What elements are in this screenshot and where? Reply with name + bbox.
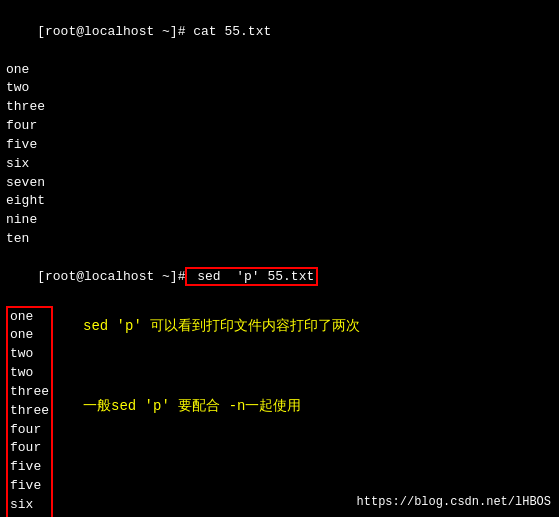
sed-command-highlight: sed 'p' 55.txt xyxy=(185,267,318,286)
cat-output-five: five xyxy=(6,136,553,155)
cat-output-one: one xyxy=(6,61,553,80)
cat-output-two: two xyxy=(6,79,553,98)
cat-output-nine: nine xyxy=(6,211,553,230)
sed-line-two-1: two xyxy=(10,345,49,364)
sed-line-five-2: five xyxy=(10,477,49,496)
cat-output-ten: ten xyxy=(6,230,553,249)
sed-line-four-1: four xyxy=(10,421,49,440)
annotation2: 一般sed 'p' 要配合 -n一起使用 xyxy=(83,396,360,416)
sed-line-one-2: one xyxy=(10,326,49,345)
annotations: sed 'p' 可以看到打印文件内容打印了两次 一般sed 'p' 要配合 -n… xyxy=(83,306,360,417)
cat-output-six: six xyxy=(6,155,553,174)
sed-prompt: [root@localhost ~]# xyxy=(37,269,185,284)
sed-line-three-1: three xyxy=(10,383,49,402)
sed-output-section: one one two two three three four four fi… xyxy=(6,306,553,518)
cat-output-eight: eight xyxy=(6,192,553,211)
cat-output-four: four xyxy=(6,117,553,136)
sed-command-line: [root@localhost ~]# sed 'p' 55.txt xyxy=(6,249,553,306)
cat-output-seven: seven xyxy=(6,174,553,193)
sed-line-three-2: three xyxy=(10,402,49,421)
sed-line-one-1: one xyxy=(10,308,49,327)
sed-output-left: one one two two three three four four fi… xyxy=(6,306,53,518)
url-label: https://blog.csdn.net/lHBOS xyxy=(357,495,551,509)
prompt-text: [root@localhost ~]# cat 55.txt xyxy=(37,24,271,39)
cat-command-line: [root@localhost ~]# cat 55.txt xyxy=(6,4,553,61)
cat-output-three: three xyxy=(6,98,553,117)
annotation1: sed 'p' 可以看到打印文件内容打印了两次 xyxy=(83,316,360,336)
sed-highlighted-block: one one two two three three four four fi… xyxy=(6,306,53,518)
sed-line-six-1: six xyxy=(10,496,49,515)
sed-line-five-1: five xyxy=(10,458,49,477)
terminal-window: [root@localhost ~]# cat 55.txt one two t… xyxy=(0,0,559,517)
sed-line-four-2: four xyxy=(10,439,49,458)
sed-line-two-2: two xyxy=(10,364,49,383)
